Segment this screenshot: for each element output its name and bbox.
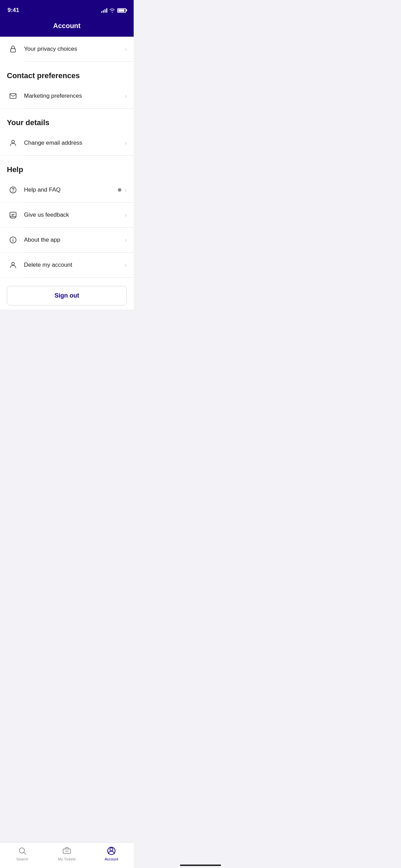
delete-account-icon: [7, 259, 19, 271]
about-app-label: About the app: [24, 237, 125, 243]
change-email-chevron-icon: ›: [125, 140, 127, 147]
person-icon: [7, 137, 19, 149]
lock-icon: [7, 43, 19, 55]
about-app-item[interactable]: About the app ›: [0, 228, 134, 252]
svg-point-8: [13, 239, 13, 239]
marketing-preferences-label: Marketing preferences: [24, 93, 125, 99]
delete-account-item[interactable]: Delete my account ›: [0, 253, 134, 277]
contact-preferences-section: Contact preferences Marketing preference…: [0, 62, 134, 109]
about-app-chevron-icon: ›: [125, 237, 127, 244]
help-faq-label: Help and FAQ: [24, 186, 118, 193]
svg-rect-1: [10, 94, 16, 98]
signout-container: Sign out: [0, 278, 134, 310]
marketing-chevron-icon: ›: [125, 93, 127, 100]
privacy-chevron-icon: ›: [125, 46, 127, 53]
feedback-icon: [7, 209, 19, 221]
delete-account-label: Delete my account: [24, 262, 125, 268]
status-icons: [101, 8, 126, 13]
help-title: Help: [7, 165, 23, 174]
status-bar: 9:41: [0, 0, 134, 17]
status-time: 9:41: [8, 7, 19, 14]
marketing-preferences-item[interactable]: Marketing preferences ›: [0, 84, 134, 108]
page-title: Account: [53, 22, 81, 29]
info-icon: [7, 234, 19, 246]
privacy-choices-item[interactable]: Your privacy choices ›: [0, 37, 134, 61]
help-faq-badge: [118, 188, 121, 192]
help-section: Help Help and FAQ › Give us feedback ›: [0, 156, 134, 278]
feedback-chevron-icon: ›: [125, 212, 127, 219]
privacy-choices-label: Your privacy choices: [24, 46, 125, 52]
page-header: Account: [0, 17, 134, 37]
svg-point-4: [13, 192, 13, 192]
signout-button[interactable]: Sign out: [7, 286, 127, 305]
help-faq-chevron-icon: ›: [125, 186, 127, 194]
svg-point-2: [12, 140, 14, 143]
change-email-item[interactable]: Change email address ›: [0, 131, 134, 155]
delete-account-chevron-icon: ›: [125, 262, 127, 269]
help-header: Help: [0, 156, 134, 178]
battery-icon: [117, 8, 126, 13]
change-email-label: Change email address: [24, 140, 125, 146]
privacy-section: Your privacy choices ›: [0, 37, 134, 62]
contact-preferences-title: Contact preferences: [7, 71, 80, 80]
your-details-section: Your details Change email address ›: [0, 109, 134, 156]
feedback-item[interactable]: Give us feedback ›: [0, 203, 134, 227]
wifi-icon: [109, 8, 115, 13]
your-details-header: Your details: [0, 109, 134, 131]
signal-icon: [101, 8, 107, 13]
feedback-label: Give us feedback: [24, 212, 125, 218]
svg-rect-0: [11, 49, 15, 52]
your-details-title: Your details: [7, 118, 49, 127]
svg-point-9: [12, 262, 14, 265]
question-icon: [7, 184, 19, 196]
contact-preferences-header: Contact preferences: [0, 62, 134, 84]
help-faq-item[interactable]: Help and FAQ ›: [0, 178, 134, 202]
email-icon: [7, 90, 19, 102]
